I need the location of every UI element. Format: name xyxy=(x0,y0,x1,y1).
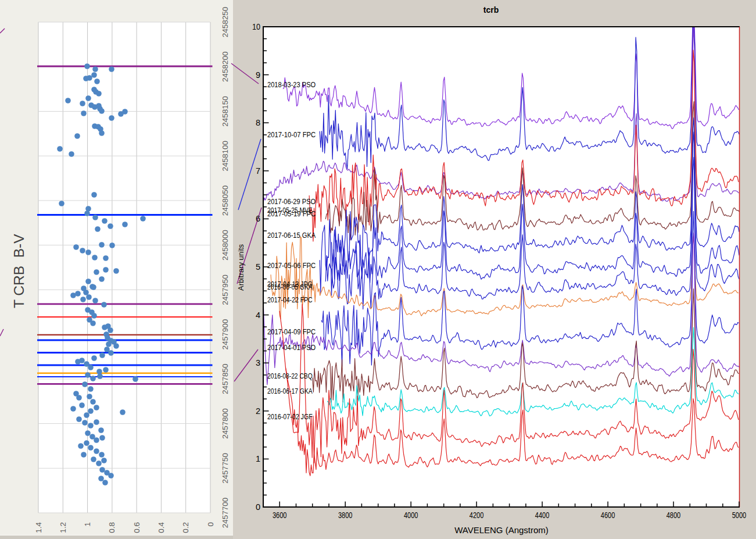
svg-text:2458150: 2458150 xyxy=(221,96,230,127)
svg-text:WAVELENG (Angstrom): WAVELENG (Angstrom) xyxy=(454,525,549,535)
svg-text:2457950: 2457950 xyxy=(221,274,230,305)
svg-text:2458050: 2458050 xyxy=(221,185,230,216)
svg-text:2017-04-01 PSO: 2017-04-01 PSO xyxy=(267,343,316,352)
svg-text:2017-05-19 FPC: 2017-05-19 FPC xyxy=(267,209,316,218)
svg-text:2458200: 2458200 xyxy=(221,51,230,82)
svg-text:0.4: 0.4 xyxy=(157,522,166,533)
svg-text:2017-10-07 FPC: 2017-10-07 FPC xyxy=(267,130,316,139)
svg-text:2016-06-17 GKA: 2016-06-17 GKA xyxy=(267,387,313,395)
svg-text:2457700: 2457700 xyxy=(221,498,230,529)
svg-text:2017-06-29 PSO: 2017-06-29 PSO xyxy=(267,197,316,206)
svg-text:2: 2 xyxy=(256,406,260,416)
svg-text:10: 10 xyxy=(252,22,260,31)
svg-text:4600: 4600 xyxy=(601,511,615,520)
svg-text:2457800: 2457800 xyxy=(221,408,230,439)
svg-text:4400: 4400 xyxy=(535,511,550,520)
svg-text:T CRB B-V: T CRB B-V xyxy=(11,234,27,308)
svg-text:3800: 3800 xyxy=(338,511,353,520)
svg-text:4: 4 xyxy=(256,310,260,320)
svg-text:0.2: 0.2 xyxy=(181,522,190,533)
svg-text:2017-04-09 FPC: 2017-04-09 FPC xyxy=(267,327,316,336)
svg-text:2016-07-02 JGF: 2016-07-02 JGF xyxy=(267,412,313,421)
svg-text:9: 9 xyxy=(256,70,260,80)
svg-text:2458000: 2458000 xyxy=(221,230,230,260)
svg-text:7: 7 xyxy=(256,166,260,176)
svg-text:3: 3 xyxy=(256,358,260,367)
svg-text:2457850: 2457850 xyxy=(221,364,230,395)
svg-text:2017-04-22 FPC: 2017-04-22 FPC xyxy=(267,295,313,304)
svg-text:0.6: 0.6 xyxy=(132,522,141,533)
svg-text:4800: 4800 xyxy=(667,511,681,520)
svg-text:1: 1 xyxy=(256,454,260,463)
svg-text:1.4: 1.4 xyxy=(34,522,43,533)
svg-text:0: 0 xyxy=(256,502,260,512)
svg-text:6: 6 xyxy=(256,214,260,223)
svg-text:5000: 5000 xyxy=(732,511,747,520)
svg-text:2458250: 2458250 xyxy=(221,7,230,38)
svg-text:2458100: 2458100 xyxy=(221,141,230,172)
svg-text:2016-06-05 GKA: 2016-06-05 GKA xyxy=(267,283,313,291)
svg-text:2017-06-15 GKA: 2017-06-15 GKA xyxy=(267,231,316,240)
svg-text:Arbitrary units: Arbitrary units xyxy=(237,244,245,291)
svg-text:2457750: 2457750 xyxy=(221,453,230,484)
svg-text:1.2: 1.2 xyxy=(59,522,67,533)
svg-text:2016-08-22 CBQ: 2016-08-22 CBQ xyxy=(267,372,313,380)
svg-text:5: 5 xyxy=(256,262,260,272)
svg-text:1: 1 xyxy=(83,522,92,527)
svg-text:0: 0 xyxy=(206,522,215,527)
svg-text:4200: 4200 xyxy=(470,511,484,520)
svg-text:tcrb: tcrb xyxy=(483,5,499,15)
svg-text:0.8: 0.8 xyxy=(108,522,116,533)
svg-text:2017-05-06 FPC: 2017-05-06 FPC xyxy=(267,261,316,270)
svg-text:4000: 4000 xyxy=(404,511,418,520)
svg-text:8: 8 xyxy=(256,118,260,127)
svg-text:3600: 3600 xyxy=(273,511,287,520)
svg-text:2018-03-23 PSO: 2018-03-23 PSO xyxy=(267,80,316,89)
svg-text:2457900: 2457900 xyxy=(221,319,230,350)
